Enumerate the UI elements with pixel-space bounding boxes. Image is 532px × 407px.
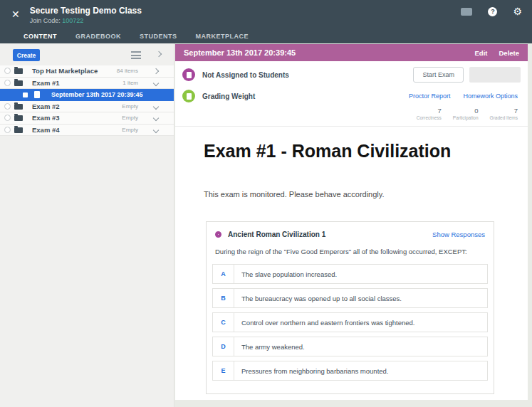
exam-header-title: September 13th 2017 20:39:45 [184, 48, 464, 57]
checkbox[interactable] [4, 115, 11, 121]
item-label: Exam #3 [32, 114, 60, 122]
chevron-down-icon[interactable] [153, 127, 159, 132]
exam-title: Exam #1 - Roman Civilization [204, 141, 528, 162]
assignment-status-icon [182, 68, 195, 81]
item-label: Exam #4 [32, 126, 60, 134]
class-title: Secure Testing Demo Class [30, 6, 142, 16]
item-label: Exam #1 [32, 79, 60, 87]
help-icon[interactable]: ? [488, 7, 497, 16]
sidebar-item-marketplace[interactable]: Top Hat Marketplace 84 items [0, 65, 174, 78]
collapse-sidebar-icon[interactable] [156, 51, 162, 57]
folder-icon [14, 115, 23, 121]
option-text: The army weakened. [234, 337, 312, 356]
answer-option-a[interactable]: A The slave population increased. [212, 264, 488, 284]
exam-header-bar: September 13th 2017 20:39:45 Edit Delete [175, 44, 528, 61]
option-text: Pressures from neighboring barbarians mo… [234, 361, 395, 380]
exam-doc-icon [34, 91, 40, 98]
delete-button[interactable]: Delete [499, 49, 519, 57]
stat-graded-items: 7 Graded Items [490, 107, 518, 120]
sidebar-item-exam3[interactable]: Exam #3 Empty [0, 112, 174, 125]
answer-option-b[interactable]: B The bureaucracy was opened up to all s… [212, 288, 488, 308]
gear-icon[interactable]: ⚙ [513, 7, 522, 16]
checkbox[interactable] [4, 103, 11, 110]
folder-icon [14, 104, 23, 110]
disabled-action-button [469, 67, 521, 83]
assignment-status-label: Not Assigned to Students [202, 71, 413, 79]
topbar: ✕ Secure Testing Demo Class Join Code: 1… [0, 0, 532, 43]
stats-row: 7 Correctness 0 Participation 7 Graded I… [175, 104, 528, 127]
proctor-report-link[interactable]: Proctor Report [409, 92, 451, 100]
chevron-right-icon[interactable] [153, 68, 159, 74]
checkbox-checked[interactable] [23, 92, 28, 97]
grading-weight-row: Grading Weight Proctor Report Homework O… [175, 87, 528, 104]
item-label: Top Hat Marketplace [32, 67, 98, 75]
class-title-block: Secure Testing Demo Class Join Code: 100… [30, 6, 142, 24]
item-count: Empty [122, 103, 138, 110]
show-responses-link[interactable]: Show Responses [432, 231, 485, 238]
checkbox[interactable] [4, 127, 11, 133]
answer-option-c[interactable]: C Control over northern and eastern fron… [212, 312, 488, 332]
grading-weight-label: Grading Weight [202, 92, 396, 100]
item-count: 1 item [122, 80, 138, 86]
stat-participation: 0 Participation [453, 107, 479, 120]
join-code-label: Join Code: [30, 17, 61, 24]
item-label: Exam #2 [32, 102, 60, 110]
item-count: Empty [122, 115, 138, 121]
chevron-down-icon[interactable] [153, 115, 159, 121]
join-code-value: 100722 [62, 17, 83, 24]
checkbox[interactable] [4, 80, 11, 86]
chevron-down-icon[interactable] [153, 80, 159, 85]
folder-icon [14, 127, 23, 133]
stat-label: Correctness [417, 115, 442, 120]
item-count: Empty [122, 127, 138, 133]
assignment-status-row: Not Assigned to Students Start Exam [175, 61, 528, 87]
stat-label: Participation [453, 115, 479, 120]
stat-value: 0 [453, 107, 479, 115]
folder-icon [14, 80, 23, 86]
question-card: Ancient Roman Civilization 1 Show Respon… [206, 221, 494, 394]
option-letter: C [213, 313, 234, 332]
stat-label: Graded Items [490, 115, 518, 120]
stat-value: 7 [490, 107, 518, 115]
question-title: Ancient Roman Civilization 1 [228, 231, 432, 238]
list-view-icon[interactable] [131, 51, 141, 59]
exam-body: Exam #1 - Roman Civilization This exam i… [175, 127, 528, 394]
option-text: The bureaucracy was opened up to all soc… [234, 289, 409, 307]
checkbox[interactable] [4, 68, 11, 74]
item-label: September 13th 2017 20:39:45 [51, 91, 143, 98]
item-count: 84 items [117, 68, 138, 74]
homework-options-link[interactable]: Homework Options [463, 92, 518, 100]
join-code-line: Join Code: 100722 [30, 17, 142, 24]
edit-button[interactable]: Edit [475, 49, 488, 57]
option-letter: D [213, 337, 234, 356]
multiple-choice-icon [215, 231, 221, 238]
answer-option-d[interactable]: D The army weakened. [212, 337, 488, 356]
answer-option-e[interactable]: E Pressures from neighboring barbarians … [212, 361, 488, 381]
stat-correctness: 7 Correctness [417, 107, 442, 120]
create-button[interactable]: Create [13, 49, 40, 61]
folder-icon [14, 68, 23, 74]
grading-weight-icon [182, 90, 195, 102]
sidebar-item-exam2[interactable]: Exam #2 Empty [0, 101, 174, 113]
option-letter: B [213, 289, 234, 307]
option-text: The slave population increased. [234, 265, 344, 283]
exam-detail-panel: September 13th 2017 20:39:45 Edit Delete… [175, 44, 528, 400]
chevron-down-icon[interactable] [153, 103, 159, 109]
sidebar-item-exam4[interactable]: Exam #4 Empty [0, 125, 174, 137]
option-text: Control over northern and eastern fronti… [234, 313, 422, 332]
question-prompt: During the reign of the "Five Good Emper… [215, 248, 485, 255]
sidebar-item-september-exam[interactable]: September 13th 2017 20:39:45 [0, 89, 174, 101]
option-letter: A [213, 265, 234, 283]
stat-value: 7 [417, 107, 442, 115]
content-sidebar: Create Top Hat Marketplace 84 items Exam… [0, 43, 174, 407]
sidebar-item-exam1[interactable]: Exam #1 1 item [0, 78, 174, 90]
start-exam-button[interactable]: Start Exam [413, 67, 464, 83]
option-letter: E [213, 361, 234, 380]
exam-notice: This exam is monitored. Please behave ac… [204, 190, 528, 199]
message-icon[interactable] [461, 8, 472, 16]
close-icon[interactable]: ✕ [11, 9, 20, 20]
